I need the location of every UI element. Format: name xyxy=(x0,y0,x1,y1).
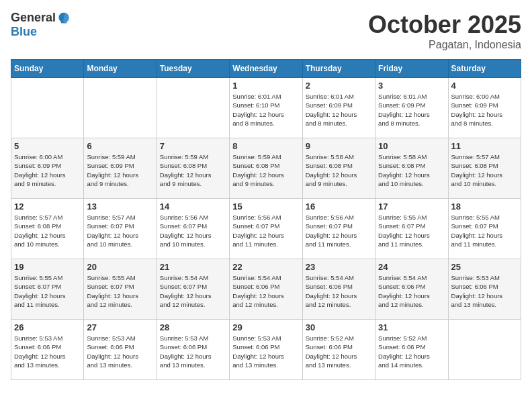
weekday-header-thursday: Thursday xyxy=(302,60,375,78)
day-cell-4: 4Sunrise: 6:00 AM Sunset: 6:09 PM Daylig… xyxy=(448,78,521,138)
logo-blue-text: Blue xyxy=(11,25,37,39)
day-cell-12: 12Sunrise: 5:57 AM Sunset: 6:08 PM Dayli… xyxy=(11,199,84,259)
day-detail: Sunrise: 5:55 AM Sunset: 6:07 PM Dayligh… xyxy=(451,213,518,248)
day-detail: Sunrise: 5:57 AM Sunset: 6:07 PM Dayligh… xyxy=(87,213,153,248)
day-number: 7 xyxy=(160,141,226,151)
day-detail: Sunrise: 5:55 AM Sunset: 6:07 PM Dayligh… xyxy=(378,213,445,248)
day-number: 18 xyxy=(451,201,518,212)
day-cell-25: 25Sunrise: 5:53 AM Sunset: 6:06 PM Dayli… xyxy=(448,259,521,320)
day-detail: Sunrise: 5:57 AM Sunset: 6:08 PM Dayligh… xyxy=(451,152,518,188)
day-number: 23 xyxy=(306,262,372,272)
day-number: 12 xyxy=(14,201,81,212)
day-number: 3 xyxy=(378,81,445,91)
day-number: 5 xyxy=(14,141,81,151)
day-cell-5: 5Sunrise: 6:00 AM Sunset: 6:09 PM Daylig… xyxy=(11,138,84,199)
day-number: 17 xyxy=(378,201,445,212)
day-number: 25 xyxy=(451,262,518,272)
title-area: October 2025 Pagatan, Indonesia xyxy=(368,11,521,51)
empty-cell xyxy=(448,320,521,380)
logo: General Blue xyxy=(11,11,71,39)
calendar-table: SundayMondayTuesdayWednesdayThursdayFrid… xyxy=(11,59,521,380)
logo-general-text: General xyxy=(11,11,56,25)
day-detail: Sunrise: 5:52 AM Sunset: 6:06 PM Dayligh… xyxy=(378,334,445,369)
header: General Blue October 2025 Pagatan, Indon… xyxy=(11,11,521,51)
day-number: 29 xyxy=(232,322,299,332)
day-detail: Sunrise: 5:52 AM Sunset: 6:06 PM Dayligh… xyxy=(306,334,372,369)
day-number: 2 xyxy=(306,81,372,91)
day-detail: Sunrise: 6:00 AM Sunset: 6:09 PM Dayligh… xyxy=(451,92,518,128)
day-number: 13 xyxy=(87,201,153,212)
day-cell-19: 19Sunrise: 5:55 AM Sunset: 6:07 PM Dayli… xyxy=(11,259,84,320)
day-detail: Sunrise: 5:53 AM Sunset: 6:06 PM Dayligh… xyxy=(87,334,153,369)
day-number: 21 xyxy=(160,262,226,272)
day-cell-24: 24Sunrise: 5:54 AM Sunset: 6:06 PM Dayli… xyxy=(375,259,448,320)
day-number: 6 xyxy=(87,141,153,151)
weekday-header-monday: Monday xyxy=(84,60,157,78)
day-number: 8 xyxy=(232,141,299,151)
day-cell-9: 9Sunrise: 5:58 AM Sunset: 6:08 PM Daylig… xyxy=(302,138,375,199)
day-detail: Sunrise: 5:54 AM Sunset: 6:06 PM Dayligh… xyxy=(378,273,445,309)
day-detail: Sunrise: 5:55 AM Sunset: 6:07 PM Dayligh… xyxy=(14,273,81,309)
week-row-5: 26Sunrise: 5:53 AM Sunset: 6:06 PM Dayli… xyxy=(11,320,521,380)
day-number: 31 xyxy=(378,322,445,332)
day-detail: Sunrise: 5:54 AM Sunset: 6:06 PM Dayligh… xyxy=(232,273,299,309)
day-cell-16: 16Sunrise: 5:56 AM Sunset: 6:07 PM Dayli… xyxy=(302,199,375,259)
day-cell-8: 8Sunrise: 5:59 AM Sunset: 6:08 PM Daylig… xyxy=(230,138,302,199)
day-cell-29: 29Sunrise: 5:53 AM Sunset: 6:06 PM Dayli… xyxy=(230,320,302,380)
day-detail: Sunrise: 5:57 AM Sunset: 6:08 PM Dayligh… xyxy=(14,213,81,248)
day-cell-1: 1Sunrise: 6:01 AM Sunset: 6:10 PM Daylig… xyxy=(230,78,302,138)
day-cell-6: 6Sunrise: 5:59 AM Sunset: 6:09 PM Daylig… xyxy=(84,138,157,199)
week-row-4: 19Sunrise: 5:55 AM Sunset: 6:07 PM Dayli… xyxy=(11,259,521,320)
weekday-header-wednesday: Wednesday xyxy=(230,60,302,78)
day-cell-31: 31Sunrise: 5:52 AM Sunset: 6:06 PM Dayli… xyxy=(375,320,448,380)
day-number: 27 xyxy=(87,322,153,332)
weekday-header-saturday: Saturday xyxy=(448,60,521,78)
location-title: Pagatan, Indonesia xyxy=(368,39,521,51)
day-detail: Sunrise: 6:00 AM Sunset: 6:09 PM Dayligh… xyxy=(14,152,81,188)
day-number: 20 xyxy=(87,262,153,272)
day-number: 10 xyxy=(378,141,445,151)
day-number: 19 xyxy=(14,262,81,272)
day-cell-10: 10Sunrise: 5:58 AM Sunset: 6:08 PM Dayli… xyxy=(375,138,448,199)
day-cell-21: 21Sunrise: 5:54 AM Sunset: 6:07 PM Dayli… xyxy=(157,259,229,320)
day-number: 22 xyxy=(232,262,299,272)
day-cell-7: 7Sunrise: 5:59 AM Sunset: 6:08 PM Daylig… xyxy=(157,138,229,199)
day-number: 28 xyxy=(160,322,226,332)
day-detail: Sunrise: 5:59 AM Sunset: 6:08 PM Dayligh… xyxy=(232,152,299,188)
day-detail: Sunrise: 5:53 AM Sunset: 6:06 PM Dayligh… xyxy=(160,334,226,369)
day-cell-30: 30Sunrise: 5:52 AM Sunset: 6:06 PM Dayli… xyxy=(302,320,375,380)
day-detail: Sunrise: 6:01 AM Sunset: 6:10 PM Dayligh… xyxy=(232,92,299,128)
day-cell-2: 2Sunrise: 6:01 AM Sunset: 6:09 PM Daylig… xyxy=(302,78,375,138)
day-detail: Sunrise: 5:58 AM Sunset: 6:08 PM Dayligh… xyxy=(378,152,445,188)
day-cell-26: 26Sunrise: 5:53 AM Sunset: 6:06 PM Dayli… xyxy=(11,320,84,380)
day-cell-14: 14Sunrise: 5:56 AM Sunset: 6:07 PM Dayli… xyxy=(157,199,229,259)
day-number: 14 xyxy=(160,201,226,212)
weekday-header-friday: Friday xyxy=(375,60,448,78)
day-detail: Sunrise: 5:56 AM Sunset: 6:07 PM Dayligh… xyxy=(160,213,226,248)
day-detail: Sunrise: 5:56 AM Sunset: 6:07 PM Dayligh… xyxy=(306,213,372,248)
week-row-2: 5Sunrise: 6:00 AM Sunset: 6:09 PM Daylig… xyxy=(11,138,521,199)
day-detail: Sunrise: 6:01 AM Sunset: 6:09 PM Dayligh… xyxy=(378,92,445,128)
day-cell-17: 17Sunrise: 5:55 AM Sunset: 6:07 PM Dayli… xyxy=(375,199,448,259)
day-detail: Sunrise: 5:58 AM Sunset: 6:08 PM Dayligh… xyxy=(306,152,372,188)
day-detail: Sunrise: 5:54 AM Sunset: 6:07 PM Dayligh… xyxy=(160,273,226,309)
weekday-header-tuesday: Tuesday xyxy=(157,60,229,78)
day-number: 4 xyxy=(451,81,518,91)
day-detail: Sunrise: 5:59 AM Sunset: 6:09 PM Dayligh… xyxy=(87,152,153,188)
month-title: October 2025 xyxy=(368,11,521,39)
week-row-1: 1Sunrise: 6:01 AM Sunset: 6:10 PM Daylig… xyxy=(11,78,521,138)
day-number: 11 xyxy=(451,141,518,151)
day-detail: Sunrise: 5:56 AM Sunset: 6:07 PM Dayligh… xyxy=(232,213,299,248)
day-number: 1 xyxy=(232,81,299,91)
day-number: 26 xyxy=(14,322,81,332)
weekday-header-row: SundayMondayTuesdayWednesdayThursdayFrid… xyxy=(11,60,521,78)
day-detail: Sunrise: 5:53 AM Sunset: 6:06 PM Dayligh… xyxy=(14,334,81,369)
day-detail: Sunrise: 5:53 AM Sunset: 6:06 PM Dayligh… xyxy=(232,334,299,369)
day-cell-11: 11Sunrise: 5:57 AM Sunset: 6:08 PM Dayli… xyxy=(448,138,521,199)
weekday-header-sunday: Sunday xyxy=(11,60,84,78)
day-number: 9 xyxy=(306,141,372,151)
empty-cell xyxy=(11,78,84,138)
day-cell-18: 18Sunrise: 5:55 AM Sunset: 6:07 PM Dayli… xyxy=(448,199,521,259)
day-detail: Sunrise: 6:01 AM Sunset: 6:09 PM Dayligh… xyxy=(306,92,372,128)
day-number: 24 xyxy=(378,262,445,272)
